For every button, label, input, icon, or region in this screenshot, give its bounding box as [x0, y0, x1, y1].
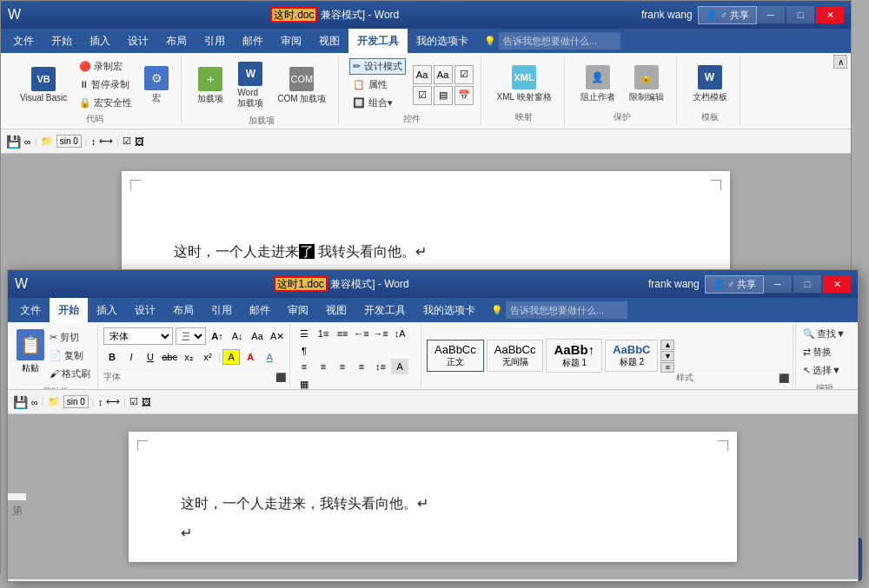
front-tab-insert[interactable]: 插入	[88, 298, 126, 322]
front-font-color-a[interactable]: A	[242, 349, 259, 365]
front-tab-mail[interactable]: 邮件	[241, 298, 279, 322]
front-underline-button[interactable]: U	[142, 349, 159, 365]
back-vba-button[interactable]: VB Visual Basic	[15, 63, 72, 106]
front-style-normal[interactable]: AaBbCc 正文	[427, 340, 484, 372]
back-restrict-edit[interactable]: 🔒 限制编辑	[624, 62, 669, 107]
front-style-up[interactable]: ▲	[660, 340, 674, 350]
back-tab-insert[interactable]: 插入	[81, 29, 119, 53]
back-tab-design[interactable]: 设计	[119, 29, 157, 53]
front-clear-format[interactable]: A✕	[269, 328, 286, 344]
back-ruler-icon[interactable]: ↕	[91, 136, 96, 147]
back-design-mode[interactable]: ✏ 设计模式	[349, 58, 405, 75]
back-ctrl-icon-2[interactable]: Aa	[434, 65, 453, 84]
front-line-spacing[interactable]: ↕≡	[372, 359, 389, 374]
back-ctrl-icon-5[interactable]: ▤	[434, 86, 453, 105]
front-border[interactable]: ▦	[295, 376, 313, 390]
back-com-addin-button[interactable]: COM COM 加载项	[272, 63, 331, 109]
front-highlight-button[interactable]: A	[222, 349, 240, 365]
front-paste-button[interactable]: 📋 粘贴	[17, 329, 44, 374]
front-style-nospace[interactable]: AaBbCc 无间隔	[487, 340, 544, 372]
back-pause-macro[interactable]: ⏸ 暂停录制	[76, 76, 136, 93]
back-minimize-button[interactable]: ─	[757, 6, 785, 23]
front-font-expand[interactable]: ⬛	[275, 373, 286, 382]
front-tab-review[interactable]: 审阅	[279, 298, 317, 322]
front-tab-file[interactable]: 文件	[11, 298, 50, 322]
back-tab-mail[interactable]: 邮件	[234, 29, 272, 53]
front-decrease-indent[interactable]: ←≡	[353, 326, 370, 341]
front-bullet-list[interactable]: ☰	[295, 326, 313, 341]
front-show-marks[interactable]: ¶	[295, 343, 313, 359]
front-find-button[interactable]: 🔍 查找▼	[799, 326, 849, 342]
front-bold-button[interactable]: B	[103, 349, 121, 365]
front-multi-level[interactable]: ≡≡	[334, 326, 351, 341]
front-tab-references[interactable]: 引用	[202, 298, 241, 322]
front-styles-expand[interactable]: ⬛	[779, 373, 789, 383]
back-tab-references[interactable]: 引用	[196, 29, 234, 53]
back-macro-security[interactable]: 🔒 宏安全性	[76, 95, 136, 111]
front-strikethrough-button[interactable]: abc	[161, 349, 178, 365]
front-superscript-button[interactable]: x²	[199, 349, 216, 365]
front-style-h2[interactable]: AaBbC 标题 2	[605, 340, 658, 372]
back-ruler2-icon[interactable]: ⟷	[99, 135, 113, 147]
front-underline-color[interactable]: A	[261, 349, 278, 365]
front-format-paint[interactable]: 🖌 格式刷	[46, 366, 94, 382]
front-minimize-button[interactable]: ─	[764, 275, 792, 293]
front-increase-indent[interactable]: →≡	[372, 326, 389, 341]
back-ribbon-collapse[interactable]: ∧	[833, 55, 847, 69]
front-style-more[interactable]: ≡	[660, 362, 674, 373]
front-tab-my[interactable]: 我的选项卡	[415, 298, 484, 322]
front-cut-button[interactable]: ✂ 剪切	[46, 329, 94, 346]
back-ctrl-icon-3[interactable]: ☑	[454, 65, 474, 84]
back-doc-template[interactable]: W 文档模板	[687, 62, 733, 107]
front-tab-view[interactable]: 视图	[317, 298, 355, 322]
back-tab-home[interactable]: 开始	[43, 29, 81, 53]
front-size-select[interactable]: 三号	[176, 327, 206, 345]
front-checkbox-icon[interactable]: ☑	[129, 396, 138, 407]
front-sort[interactable]: ↕A	[391, 326, 408, 341]
back-ctrl-icon-6[interactable]: 📅	[454, 86, 474, 105]
back-tab-developer[interactable]: 开发工具	[348, 29, 408, 53]
front-save-icon[interactable]: 💾	[13, 395, 28, 409]
back-xml-button[interactable]: XML XML 映射窗格	[492, 62, 557, 107]
back-macro-button[interactable]: ⚙ 宏	[139, 63, 174, 108]
front-grow-font[interactable]: A↑	[209, 328, 226, 344]
front-shrink-font[interactable]: A↓	[229, 328, 246, 344]
back-tab-view[interactable]: 视图	[310, 29, 348, 53]
front-number-list[interactable]: 1≡	[315, 326, 332, 341]
front-img-icon[interactable]: 🖼	[142, 397, 151, 407]
front-align-center[interactable]: ≡	[315, 359, 332, 374]
front-close-button[interactable]: ✕	[823, 275, 851, 293]
front-font-select[interactable]: 宋体	[103, 327, 173, 345]
back-checkbox-icon[interactable]: ☑	[123, 135, 131, 147]
front-select-button[interactable]: ↖ 选择▼	[799, 362, 849, 379]
front-tab-layout[interactable]: 布局	[164, 298, 202, 322]
front-align-right[interactable]: ≡	[334, 359, 351, 374]
front-maximize-button[interactable]: □	[793, 275, 821, 293]
back-properties[interactable]: 📋 属性	[349, 76, 405, 93]
back-ctrl-icon-1[interactable]: Aa	[413, 65, 432, 84]
back-tab-my[interactable]: 我的选项卡	[408, 29, 477, 53]
front-style-down[interactable]: ▼	[660, 351, 674, 361]
back-record-macro[interactable]: 🔴 录制宏	[76, 58, 136, 75]
front-copy-button[interactable]: 📄 复制	[46, 347, 94, 364]
front-tab-developer[interactable]: 开发工具	[355, 298, 415, 322]
front-tab-home[interactable]: 开始	[50, 298, 88, 322]
back-word-addin-button[interactable]: W Word加载项	[232, 58, 269, 113]
back-tab-layout[interactable]: 布局	[157, 29, 196, 53]
front-ruler2-icon[interactable]: ⟷	[106, 396, 120, 407]
front-share-button[interactable]: 👤 ♂ 共享	[705, 275, 764, 294]
front-style-h1[interactable]: AaBb↑ 标题 1	[546, 339, 602, 373]
front-italic-button[interactable]: I	[123, 349, 140, 365]
back-img-icon[interactable]: 🖼	[135, 136, 144, 147]
front-subscript-button[interactable]: x₂	[180, 349, 197, 365]
back-tab-review[interactable]: 审阅	[272, 29, 310, 53]
front-folder-icon[interactable]: 📁	[48, 396, 60, 407]
front-replace-button[interactable]: ⇄ 替换	[799, 344, 849, 360]
front-tell-me-input[interactable]	[506, 301, 627, 319]
back-share-button[interactable]: 👤 ♂ 共享	[698, 6, 757, 24]
back-tab-file[interactable]: 文件	[4, 29, 43, 53]
front-font-color-btn[interactable]: Aa	[249, 328, 266, 344]
back-addin-button[interactable]: + 加载项	[192, 63, 229, 109]
front-doc-content-area[interactable]: 这时，一个人走进来，我转头看向他。↵ ↵	[181, 492, 685, 544]
back-close-button[interactable]: ✕	[816, 6, 844, 23]
